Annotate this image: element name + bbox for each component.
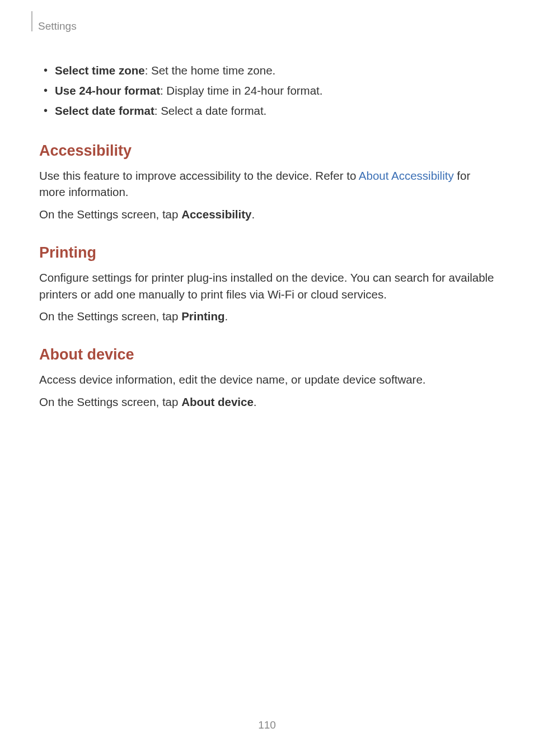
body-text: On the Settings screen, tap Accessibilit… [39, 206, 495, 223]
section-heading: Printing [39, 244, 495, 262]
bullet-bold: Select date format [55, 104, 154, 117]
bullet-desc: : Set the home time zone. [145, 64, 276, 77]
tap-suffix: . [251, 208, 255, 221]
bullet-bold: Use 24-hour format [55, 84, 160, 97]
tap-prefix: On the Settings screen, tap [39, 310, 181, 323]
text-prefix: Use this feature to improve accessibilit… [39, 169, 359, 182]
body-text: Configure settings for printer plug-ins … [39, 269, 495, 302]
breadcrumb: Settings [38, 20, 77, 32]
tap-suffix: . [225, 310, 228, 323]
section-printing: Printing Configure settings for printer … [39, 244, 495, 325]
page-content: Select time zone: Set the home time zone… [39, 60, 495, 431]
body-text: Access device information, edit the devi… [39, 371, 495, 388]
tap-prefix: On the Settings screen, tap [39, 395, 181, 408]
tap-prefix: On the Settings screen, tap [39, 208, 181, 221]
body-text: On the Settings screen, tap About device… [39, 394, 495, 410]
tap-bold: Printing [181, 310, 224, 323]
section-about-device: About device Access device information, … [39, 346, 495, 410]
body-text: On the Settings screen, tap Printing. [39, 308, 495, 325]
list-item: Use 24-hour format: Display time in 24-h… [54, 81, 495, 101]
list-item: Select time zone: Set the home time zone… [54, 60, 495, 81]
body-text: Use this feature to improve accessibilit… [39, 167, 495, 200]
bullet-desc: : Select a date format. [154, 104, 267, 117]
section-accessibility: Accessibility Use this feature to improv… [39, 142, 495, 223]
list-item: Select date format: Select a date format… [54, 101, 495, 121]
bullet-desc: : Display time in 24-hour format. [160, 84, 323, 97]
tap-suffix: . [254, 395, 257, 408]
tap-bold: About device [181, 395, 254, 408]
about-accessibility-link[interactable]: About Accessibility [359, 169, 454, 182]
page-number: 110 [0, 719, 534, 731]
tap-bold: Accessibility [181, 208, 251, 221]
section-heading: Accessibility [39, 142, 495, 160]
bullet-bold: Select time zone [55, 64, 145, 77]
bullet-list: Select time zone: Set the home time zone… [54, 60, 495, 121]
header-rule [31, 11, 32, 31]
section-heading: About device [39, 346, 495, 363]
